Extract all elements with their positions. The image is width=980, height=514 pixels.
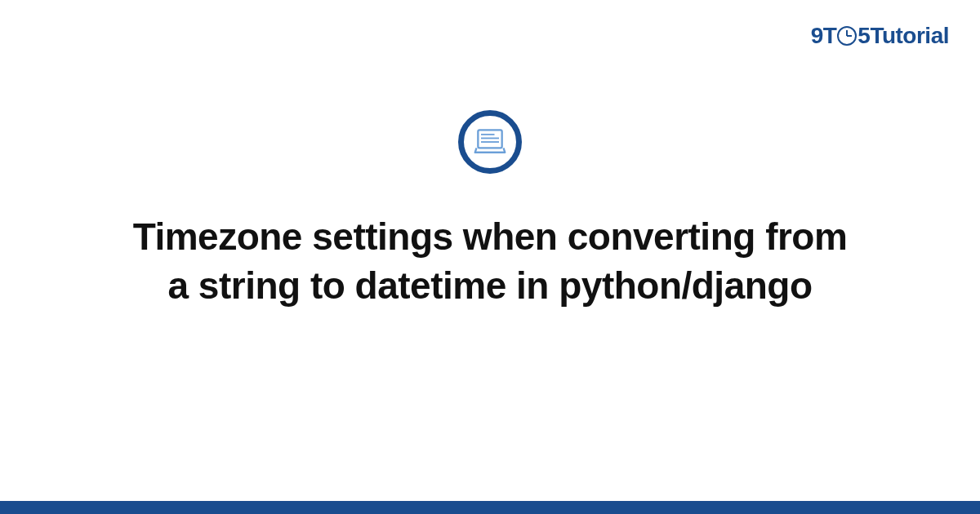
footer-accent-bar [0,501,980,514]
site-logo: 9T 5 Tutorial [811,23,949,49]
logo-prefix: 9T [811,23,837,49]
laptop-icon [472,124,508,160]
logo-suffix: 5 [858,23,870,49]
page-title: Timezone settings when converting from a… [122,213,858,311]
clock-icon [837,26,857,46]
page-icon-circle [458,110,522,174]
logo-tutorial: Tutorial [870,23,949,49]
main-content: Timezone settings when converting from a… [0,110,980,311]
